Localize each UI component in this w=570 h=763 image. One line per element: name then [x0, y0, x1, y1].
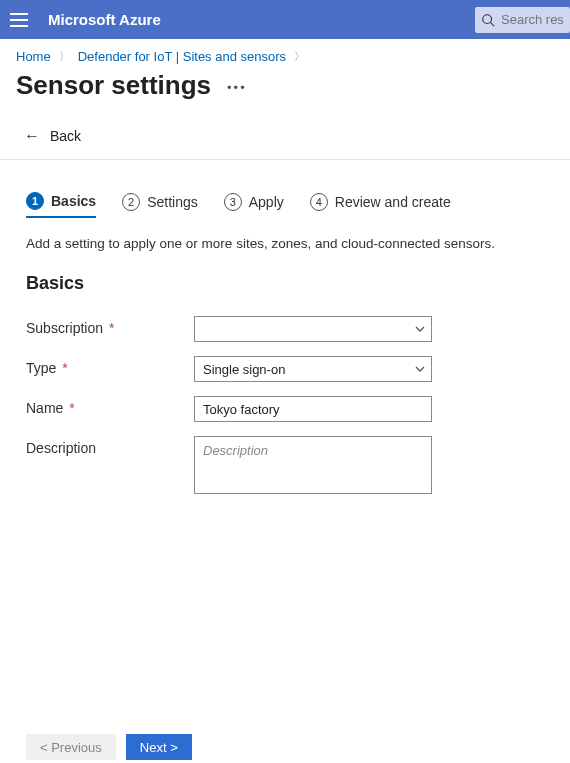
back-label: Back: [50, 128, 81, 144]
required-icon: *: [58, 360, 67, 376]
breadcrumb-defender[interactable]: Defender for IoT | Sites and sensors: [78, 49, 286, 64]
footer-buttons: < Previous Next >: [26, 734, 192, 760]
breadcrumb-home[interactable]: Home: [16, 49, 51, 64]
more-actions-icon[interactable]: •••: [227, 80, 247, 95]
required-icon: *: [65, 400, 74, 416]
brand-label: Microsoft Azure: [48, 11, 161, 28]
tabs: 1 Basics 2 Settings 3 Apply 4 Review and…: [26, 160, 544, 226]
name-input[interactable]: [194, 396, 432, 422]
back-button[interactable]: ← Back: [0, 119, 570, 160]
label-name: Name *: [26, 396, 194, 416]
next-button[interactable]: Next >: [126, 734, 192, 760]
chevron-right-icon: 〉: [294, 49, 305, 64]
row-name: Name *: [26, 396, 544, 422]
tab-label: Review and create: [335, 194, 451, 210]
hamburger-menu-icon[interactable]: [10, 10, 30, 30]
tab-label: Apply: [249, 194, 284, 210]
tab-label: Basics: [51, 193, 96, 209]
tab-num: 3: [224, 193, 242, 211]
label-type: Type *: [26, 356, 194, 376]
row-type: Type *: [26, 356, 544, 382]
title-row: Sensor settings •••: [0, 68, 570, 119]
breadcrumb: Home 〉 Defender for IoT | Sites and sens…: [0, 39, 570, 68]
search-icon: [481, 13, 495, 31]
section-heading: Basics: [26, 273, 544, 294]
description-textarea[interactable]: [194, 436, 432, 494]
svg-point-0: [483, 15, 492, 24]
topbar: Microsoft Azure: [0, 0, 570, 39]
tab-review[interactable]: 4 Review and create: [310, 193, 451, 217]
previous-button[interactable]: < Previous: [26, 734, 116, 760]
tab-num: 1: [26, 192, 44, 210]
subscription-select[interactable]: [194, 316, 432, 342]
tab-label: Settings: [147, 194, 198, 210]
chevron-right-icon: 〉: [59, 49, 70, 64]
tab-num: 4: [310, 193, 328, 211]
tab-settings[interactable]: 2 Settings: [122, 193, 198, 217]
row-subscription: Subscription *: [26, 316, 544, 342]
content-area: 1 Basics 2 Settings 3 Apply 4 Review and…: [0, 160, 570, 760]
arrow-left-icon: ←: [24, 127, 40, 145]
svg-line-1: [491, 23, 495, 27]
type-select[interactable]: [194, 356, 432, 382]
tab-num: 2: [122, 193, 140, 211]
page-title: Sensor settings: [16, 70, 211, 101]
tab-basics[interactable]: 1 Basics: [26, 192, 96, 218]
label-description: Description: [26, 436, 194, 456]
tab-apply[interactable]: 3 Apply: [224, 193, 284, 217]
row-description: Description: [26, 436, 544, 498]
required-icon: *: [105, 320, 114, 336]
label-subscription: Subscription *: [26, 316, 194, 336]
subtitle: Add a setting to apply one or more sites…: [26, 226, 544, 273]
